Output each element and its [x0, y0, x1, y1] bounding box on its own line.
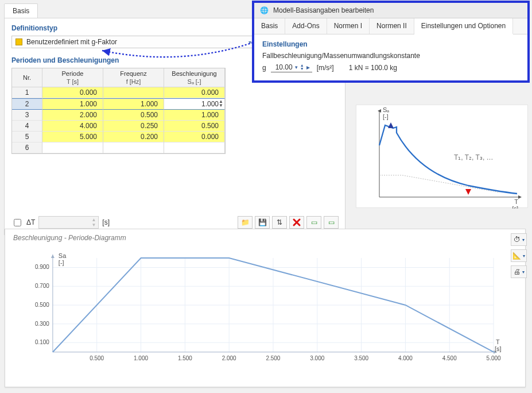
color-swatch-icon — [15, 38, 22, 45]
svg-text:1.000: 1.000 — [134, 355, 148, 361]
svg-text:0.300: 0.300 — [35, 321, 49, 327]
cell-nr: 1 — [12, 87, 42, 98]
cell-sa[interactable]: 1.000▲▼ — [164, 98, 225, 110]
table-row[interactable]: 44.0000.2500.500 — [12, 121, 225, 132]
chart-plot: 0.1000.3000.5000.7000.9000.5001.0001.500… — [27, 252, 508, 368]
cell-period[interactable]: 1.000 — [42, 98, 103, 110]
dropdown-icon[interactable]: ▾ — [295, 64, 298, 70]
cell-nr: 4 — [12, 121, 42, 132]
print-button[interactable]: 🖨▾ — [511, 265, 527, 278]
cell-freq[interactable]: 1.000 — [103, 98, 164, 110]
axes-icon: 📐 — [512, 252, 521, 260]
col-frequency: Frequenzf [Hz] — [103, 68, 164, 87]
commit-arrow-icon[interactable]: ▸ — [306, 63, 310, 71]
delete-button[interactable] — [289, 216, 304, 229]
open-button[interactable]: 📁 — [238, 216, 253, 229]
svg-marker-7 — [465, 189, 471, 195]
col-period: PeriodeT [s] — [42, 68, 103, 87]
svg-text:2.500: 2.500 — [266, 355, 281, 361]
periods-table[interactable]: Nr. PeriodeT [s] Frequenzf [Hz] Beschleu… — [11, 68, 226, 154]
cell-sa[interactable]: 0.000 — [164, 87, 225, 98]
svg-text:2.000: 2.000 — [222, 355, 236, 361]
tab-basis[interactable]: Basis — [4, 3, 38, 18]
cell-freq[interactable] — [103, 142, 164, 153]
cell-sa[interactable] — [164, 142, 225, 153]
spinner-icon[interactable]: ▲▼ — [300, 64, 304, 71]
table-row[interactable]: 6 — [12, 142, 225, 153]
cell-sa[interactable]: 0.500 — [164, 121, 225, 132]
dtab-norm2[interactable]: Normen II — [370, 18, 414, 34]
save-button[interactable]: 💾 — [255, 216, 270, 229]
delta-t-label: ΔT — [26, 218, 35, 226]
cell-nr: 2 — [12, 98, 42, 110]
definition-type-combo[interactable]: Benutzerdefiniert mit g-Faktor ▾ — [11, 36, 255, 48]
svg-text:0.700: 0.700 — [35, 283, 49, 289]
axes-button[interactable]: 📐▾ — [511, 249, 527, 262]
table-row[interactable]: 21.0001.0001.000▲▼ — [12, 98, 225, 110]
gear-icon: 🌐 — [260, 6, 269, 14]
cell-nr: 6 — [12, 142, 42, 153]
svg-text:T: T — [496, 338, 500, 345]
svg-text:4.500: 4.500 — [442, 355, 457, 361]
timer-button[interactable]: ⏱▾ — [511, 233, 527, 246]
g-value-input[interactable]: 10.00 ▾ ▲▼ ▸ — [271, 63, 312, 72]
dialog-section-title: Einstellungen — [262, 40, 519, 48]
dtab-addons[interactable]: Add-Ons — [285, 18, 327, 34]
svg-text:T: T — [514, 198, 518, 205]
cell-period[interactable]: 0.000 — [42, 87, 103, 98]
svg-text:3.500: 3.500 — [354, 355, 368, 361]
col-acceleration: BeschleunigungSₐ [-] — [164, 68, 225, 87]
model-settings-dialog: 🌐 Modell-Basisangaben bearbeiten Basis A… — [253, 1, 529, 82]
svg-line-9 — [402, 175, 500, 192]
svg-text:3.000: 3.000 — [310, 355, 324, 361]
chart-title: Beschleunigung - Periode-Diagramm — [5, 229, 525, 246]
cell-nr: 5 — [12, 132, 42, 142]
cell-freq[interactable]: 0.500 — [103, 110, 164, 121]
table-row[interactable]: 32.0000.5001.000 — [12, 110, 225, 121]
svg-text:5.000: 5.000 — [487, 355, 501, 361]
cell-nr: 3 — [12, 110, 42, 121]
table-row[interactable]: 10.0000.000 — [12, 87, 225, 98]
delta-t-unit: [s] — [102, 218, 110, 226]
cell-sa[interactable]: 0.000 — [164, 132, 225, 142]
svg-marker-6 — [388, 122, 394, 128]
cell-freq[interactable] — [103, 87, 164, 98]
cell-period[interactable] — [42, 142, 103, 153]
dialog-title: Modell-Basisangaben bearbeiten — [273, 6, 374, 14]
svg-text:0.900: 0.900 — [35, 264, 49, 270]
svg-text:0.500: 0.500 — [35, 302, 49, 308]
definition-type-value: Benutzerdefiniert mit g-Faktor — [26, 38, 117, 46]
dtab-basis[interactable]: Basis — [254, 18, 285, 34]
sort-button[interactable]: ⇅ — [272, 216, 287, 229]
cell-period[interactable]: 5.000 — [42, 132, 103, 142]
printer-icon: 🖨 — [514, 268, 521, 276]
svg-text:[s]: [s] — [512, 206, 518, 209]
stopwatch-icon: ⏱ — [514, 236, 521, 244]
svg-text:Sₐ: Sₐ — [383, 106, 389, 113]
svg-text:4.000: 4.000 — [398, 355, 413, 361]
svg-text:[s]: [s] — [495, 345, 502, 352]
display-2-button[interactable]: ▭ — [324, 216, 339, 229]
svg-text:0.100: 0.100 — [35, 339, 49, 345]
cell-freq[interactable]: 0.250 — [103, 121, 164, 132]
svg-text:T₁, T₂, T₃, …: T₁, T₂, T₃, … — [454, 153, 494, 161]
g-label: g — [262, 64, 266, 72]
svg-text:0.500: 0.500 — [90, 355, 104, 361]
dtab-settings[interactable]: Einstellungen und Optionen — [414, 18, 513, 34]
cell-period[interactable]: 4.000 — [42, 121, 103, 132]
dialog-subtitle: Fallbeschleunigung/Massenumwandlungskons… — [262, 52, 519, 60]
svg-text:Sa: Sa — [59, 252, 67, 259]
display-1-button[interactable]: ▭ — [306, 216, 321, 229]
delta-t-input[interactable]: ▲▼ — [38, 216, 99, 229]
delta-t-checkbox[interactable] — [14, 219, 21, 226]
response-spectrum-schematic: Sₐ [-] T [s] T₁, T₂, T₃, … — [356, 105, 528, 208]
cell-freq[interactable]: 0.200 — [103, 132, 164, 142]
cell-sa[interactable]: 1.000 — [164, 110, 225, 121]
svg-text:[-]: [-] — [59, 259, 64, 266]
conversion-text: 1 kN = 100.0 kg — [349, 64, 397, 72]
table-row[interactable]: 55.0000.2000.000 — [12, 132, 225, 142]
col-nr: Nr. — [12, 68, 42, 87]
chevron-down-icon: ▾ — [248, 39, 251, 45]
cell-period[interactable]: 2.000 — [42, 110, 103, 121]
dtab-norm1[interactable]: Normen I — [327, 18, 370, 34]
